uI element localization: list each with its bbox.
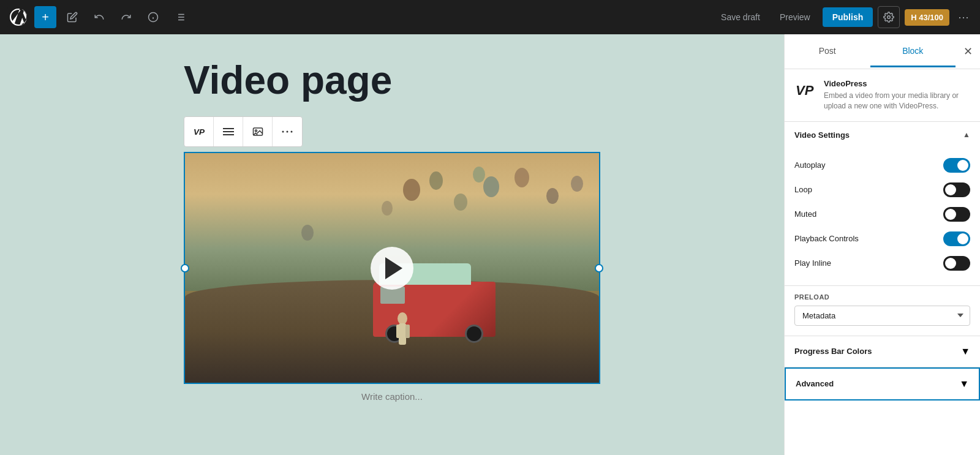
video-settings-title: Video Settings	[794, 130, 850, 140]
caption-input[interactable]: Write caption...	[361, 391, 423, 402]
video-thumbnail	[185, 153, 599, 383]
add-block-button[interactable]: +	[34, 6, 56, 28]
autoplay-row: Autoplay	[794, 153, 970, 178]
tab-post[interactable]: Post	[785, 36, 870, 67]
advanced-title: Advanced	[796, 379, 834, 388]
vp-block-button[interactable]: VP	[184, 117, 214, 146]
image-icon	[252, 127, 263, 137]
sidebar-tabs-row: Post Block ✕	[785, 34, 980, 69]
redo-icon	[121, 12, 132, 23]
info-button[interactable]	[142, 6, 164, 28]
progress-bar-colors-section[interactable]: Progress Bar Colors ▼	[785, 336, 980, 367]
svg-point-16	[282, 131, 284, 133]
tab-block[interactable]: Block	[870, 36, 956, 67]
undo-button[interactable]	[88, 6, 110, 28]
wordpress-logo	[7, 6, 29, 28]
video-block[interactable]	[184, 152, 600, 384]
svg-point-9	[888, 16, 891, 19]
loop-toggle[interactable]	[943, 182, 970, 197]
preload-label: PRELOAD	[794, 293, 970, 301]
align-button[interactable]	[214, 117, 243, 146]
preview-button[interactable]: Preview	[772, 9, 818, 26]
pencil-icon	[67, 12, 78, 23]
dots-icon	[282, 130, 293, 133]
sidebar-close-button[interactable]: ✕	[956, 34, 980, 69]
advanced-section[interactable]: Advanced ▼	[785, 367, 980, 400]
sidebar-panel: Post Block ✕ VP VideoPress Embed a video…	[784, 34, 980, 455]
block-toolbar: VP	[184, 116, 303, 147]
more-block-options-button[interactable]	[273, 117, 302, 146]
loop-row: Loop	[794, 178, 970, 202]
play-inline-label: Play Inline	[794, 258, 831, 268]
svg-point-15	[255, 130, 257, 132]
videopress-icon: VP	[796, 81, 815, 99]
muted-row: Muted	[794, 202, 970, 227]
preload-section: PRELOAD Metadata None Auto	[785, 286, 980, 336]
block-name-label: VideoPress	[824, 79, 970, 88]
hedgehog-label: H 43/100	[911, 13, 943, 22]
block-icon-vp: VP	[794, 79, 816, 101]
video-settings-section: Video Settings ▲ Autoplay Loop	[785, 122, 980, 286]
resize-handle-right[interactable]	[595, 264, 603, 273]
progress-bar-colors-title: Progress Bar Colors	[794, 347, 872, 356]
image-button[interactable]	[243, 117, 273, 146]
main-area: Video page VP	[0, 34, 980, 455]
editor-area: Video page VP	[0, 34, 784, 455]
play-inline-toggle[interactable]	[943, 256, 970, 271]
autoplay-toggle[interactable]	[943, 158, 970, 173]
videopress-block-icon: VP	[192, 126, 206, 137]
autoplay-label: Autoplay	[794, 160, 826, 170]
svg-text:VP: VP	[796, 83, 814, 98]
loop-label: Loop	[794, 185, 812, 194]
hedgehog-button[interactable]: H 43/100	[905, 9, 949, 26]
align-icon	[223, 127, 234, 136]
video-settings-header[interactable]: Video Settings ▲	[785, 122, 980, 148]
resize-handle-left[interactable]	[181, 264, 189, 273]
publish-button[interactable]: Publish	[823, 7, 873, 27]
play-inline-row: Play Inline	[794, 251, 970, 276]
info-icon	[148, 12, 159, 23]
page-title: Video page	[184, 59, 600, 102]
gear-icon	[883, 12, 894, 23]
video-van	[373, 282, 496, 337]
video-settings-chevron-icon: ▲	[963, 130, 970, 139]
playback-controls-label: Playback Controls	[794, 234, 859, 243]
play-button[interactable]	[371, 247, 413, 290]
top-toolbar: + Save draft Preview Publish H 43/100 ⋯	[0, 0, 980, 34]
video-settings-content: Autoplay Loop Muted	[785, 148, 980, 285]
block-info-text: VideoPress Embed a video from your media…	[824, 79, 970, 111]
list-icon	[175, 12, 186, 23]
redo-button[interactable]	[115, 6, 137, 28]
settings-button[interactable]	[878, 6, 900, 28]
muted-label: Muted	[794, 209, 816, 219]
svg-text:VP: VP	[194, 127, 205, 137]
preload-select[interactable]: Metadata None Auto	[794, 306, 970, 326]
block-info-section: VP VideoPress Embed a video from your me…	[785, 69, 980, 122]
advanced-chevron-icon: ▼	[959, 378, 969, 389]
wp-logo-icon	[10, 9, 27, 26]
list-view-button[interactable]	[169, 6, 191, 28]
playback-controls-row: Playback Controls	[794, 227, 970, 251]
muted-toggle[interactable]	[943, 207, 970, 222]
svg-point-18	[291, 131, 293, 133]
progress-bar-colors-chevron-icon: ▼	[960, 346, 970, 357]
svg-point-17	[287, 131, 288, 133]
more-options-button[interactable]: ⋯	[954, 7, 973, 28]
play-triangle-icon	[385, 257, 402, 279]
block-description: Embed a video from your media library or…	[824, 91, 970, 111]
edit-icon-button[interactable]	[61, 6, 83, 28]
playback-controls-toggle[interactable]	[943, 231, 970, 246]
save-draft-button[interactable]: Save draft	[714, 9, 767, 26]
undo-icon	[94, 12, 105, 23]
